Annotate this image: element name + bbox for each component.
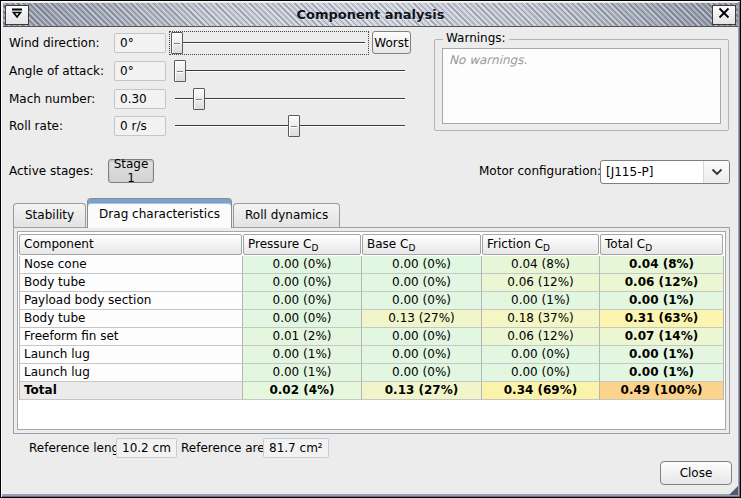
- value-cell: 0.49 (100%): [600, 382, 724, 400]
- component-cell: Payload body section: [19, 292, 243, 310]
- value-cell: 0.02 (4%): [243, 382, 362, 400]
- reference-area-label: Reference area:: [181, 438, 276, 458]
- value-cell: 0.00 (0%): [362, 364, 482, 382]
- reference-length-value: 10.2 cm: [116, 438, 177, 458]
- tab-stability[interactable]: Stability: [13, 203, 86, 228]
- close-icon: [718, 7, 730, 22]
- title-bar[interactable]: Component analysis: [3, 3, 738, 27]
- value-cell: 0.00 (1%): [600, 364, 724, 382]
- component-cell: Body tube: [19, 310, 243, 328]
- column-header[interactable]: Base CD: [362, 234, 481, 255]
- table-row: Launch lug0.00 (1%)0.00 (0%)0.00 (0%)0.0…: [19, 346, 724, 364]
- close-button[interactable]: Close: [660, 461, 732, 485]
- motor-configuration-select[interactable]: [J115-P]: [600, 160, 730, 184]
- drag-table: ComponentPressure CDBase CDFriction CDTo…: [19, 233, 724, 400]
- component-analysis-dialog: Component analysis Wind direction: 0° Wo…: [0, 0, 741, 498]
- wind-direction-field[interactable]: 0°: [114, 33, 166, 53]
- value-cell: 0.07 (14%): [600, 328, 724, 346]
- mach-number-slider[interactable]: [171, 87, 409, 111]
- table-row: Body tube0.00 (0%)0.13 (27%)0.18 (37%)0.…: [19, 310, 724, 328]
- stage-1-toggle[interactable]: Stage 1: [108, 159, 154, 183]
- value-cell: 0.00 (0%): [362, 328, 482, 346]
- table-row: Nose cone0.00 (0%)0.00 (0%)0.04 (8%)0.04…: [19, 256, 724, 274]
- mach-number-label: Mach number:: [9, 87, 95, 111]
- slider-handle[interactable]: [174, 60, 186, 82]
- value-cell: 0.00 (1%): [243, 346, 362, 364]
- value-cell: 0.00 (0%): [362, 292, 482, 310]
- value-cell: 0.00 (0%): [362, 274, 482, 292]
- value-cell: 0.13 (27%): [362, 382, 482, 400]
- motor-configuration-label: Motor configuration:: [479, 159, 601, 183]
- component-cell: Nose cone: [19, 256, 243, 274]
- window-menu-icon: [10, 7, 24, 22]
- reference-area-value: 81.7 cm²: [263, 438, 329, 458]
- warnings-list: No warnings.: [442, 48, 721, 124]
- worst-button[interactable]: Worst: [372, 31, 411, 54]
- table-row: Total0.02 (4%)0.13 (27%)0.34 (69%)0.49 (…: [19, 382, 724, 400]
- value-cell: 0.00 (0%): [243, 256, 362, 274]
- component-cell: Launch lug: [19, 364, 243, 382]
- value-cell: 0.00 (0%): [243, 274, 362, 292]
- window-title: Component analysis: [3, 7, 738, 22]
- column-header[interactable]: Total CD: [600, 234, 723, 255]
- slider-handle[interactable]: [171, 32, 183, 54]
- value-cell: 0.04 (8%): [600, 256, 724, 274]
- table-header: ComponentPressure CDBase CDFriction CDTo…: [19, 233, 724, 256]
- value-cell: 0.00 (1%): [243, 364, 362, 382]
- value-cell: 0.00 (0%): [482, 364, 600, 382]
- table-scroll-area[interactable]: ComponentPressure CDBase CDFriction CDTo…: [17, 231, 726, 430]
- table-row: Freeform fin set0.01 (2%)0.00 (0%)0.06 (…: [19, 328, 724, 346]
- component-cell: Launch lug: [19, 346, 243, 364]
- column-header[interactable]: Pressure CD: [243, 234, 361, 255]
- resize-grip-icon[interactable]: [729, 486, 738, 495]
- table-body: Nose cone0.00 (0%)0.00 (0%)0.04 (8%)0.04…: [19, 256, 724, 400]
- value-cell: 0.00 (0%): [243, 292, 362, 310]
- value-cell: 0.06 (12%): [482, 274, 600, 292]
- slider-handle[interactable]: [193, 88, 205, 110]
- component-cell: Body tube: [19, 274, 243, 292]
- value-cell: 0.00 (0%): [243, 310, 362, 328]
- value-cell: 0.00 (0%): [362, 256, 482, 274]
- value-cell: 0.34 (69%): [482, 382, 600, 400]
- table-row: Body tube0.00 (0%)0.00 (0%)0.06 (12%)0.0…: [19, 274, 724, 292]
- angle-of-attack-field[interactable]: 0°: [114, 61, 166, 81]
- table-row: Payload body section0.00 (0%)0.00 (0%)0.…: [19, 292, 724, 310]
- angle-of-attack-label: Angle of attack:: [9, 59, 104, 83]
- slider-track[interactable]: [173, 42, 365, 44]
- motor-configuration-value: [J115-P]: [601, 165, 703, 179]
- slider-track[interactable]: [175, 98, 405, 100]
- tab-drag-characteristics[interactable]: Drag characteristics: [87, 198, 232, 228]
- roll-rate-label: Roll rate:: [9, 114, 63, 138]
- slider-track[interactable]: [175, 70, 405, 72]
- value-cell: 0.13 (27%): [362, 310, 482, 328]
- warnings-title: Warnings:: [443, 31, 509, 45]
- value-cell: 0.06 (12%): [600, 274, 724, 292]
- window-close-button[interactable]: [712, 5, 736, 25]
- roll-rate-slider[interactable]: [171, 114, 409, 138]
- slider-handle[interactable]: [288, 115, 300, 137]
- value-cell: 0.00 (0%): [362, 346, 482, 364]
- value-cell: 0.31 (63%): [600, 310, 724, 328]
- wind-direction-label: Wind direction:: [9, 31, 100, 55]
- column-header[interactable]: Component: [19, 234, 242, 255]
- component-cell: Freeform fin set: [19, 328, 243, 346]
- component-cell: Total: [19, 382, 243, 400]
- value-cell: 0.06 (12%): [482, 328, 600, 346]
- active-stages-label: Active stages:: [9, 159, 94, 183]
- drag-characteristics-panel: ComponentPressure CDBase CDFriction CDTo…: [13, 227, 730, 434]
- tab-bar: StabilityDrag characteristicsRoll dynami…: [13, 198, 341, 228]
- mach-number-field[interactable]: 0.30: [114, 89, 166, 109]
- value-cell: 0.18 (37%): [482, 310, 600, 328]
- column-header[interactable]: Friction CD: [482, 234, 599, 255]
- chevron-down-icon[interactable]: [703, 161, 729, 183]
- value-cell: 0.00 (0%): [482, 346, 600, 364]
- wind-direction-slider[interactable]: [169, 31, 369, 55]
- no-warnings-text: No warnings.: [449, 53, 527, 67]
- roll-rate-field[interactable]: 0 r/s: [114, 116, 166, 136]
- value-cell: 0.04 (8%): [482, 256, 600, 274]
- value-cell: 0.00 (1%): [600, 292, 724, 310]
- table-row: Launch lug0.00 (1%)0.00 (0%)0.00 (0%)0.0…: [19, 364, 724, 382]
- angle-of-attack-slider[interactable]: [171, 59, 409, 83]
- tab-roll-dynamics[interactable]: Roll dynamics: [233, 203, 340, 228]
- window-menu-button[interactable]: [5, 5, 29, 25]
